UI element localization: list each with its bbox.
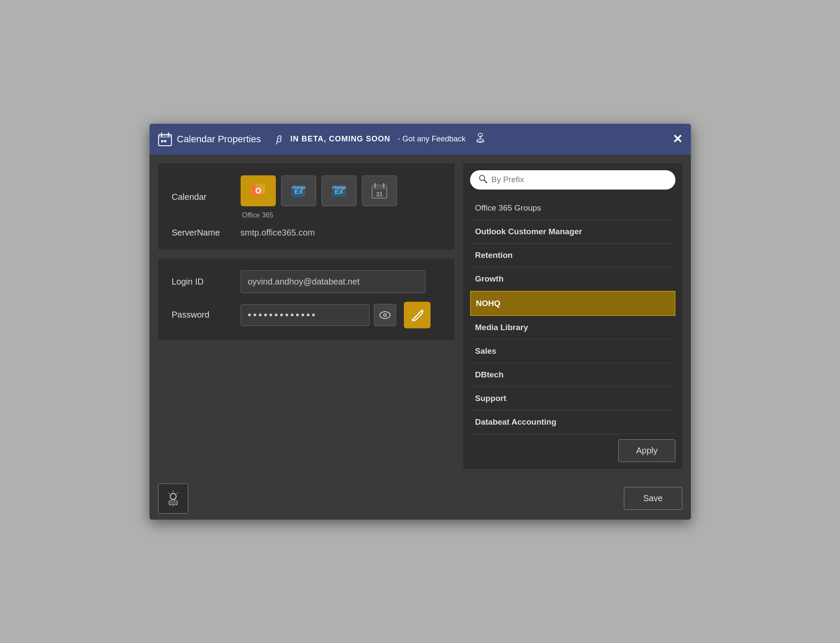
svg-line-28 (484, 180, 487, 183)
group-item-growth[interactable]: Growth (470, 267, 675, 291)
loginid-field-row: Login ID (172, 270, 441, 293)
svg-point-25 (384, 314, 386, 316)
password-field-row: Password (172, 302, 441, 328)
close-button[interactable]: ✕ (672, 133, 682, 145)
beta-status: IN BETA, COMING SOON (290, 135, 391, 144)
left-panel: Calendar O (158, 163, 455, 469)
svg-text:31: 31 (376, 191, 383, 198)
svg-point-29 (170, 493, 176, 499)
svg-rect-1 (159, 135, 171, 138)
svg-text:O: O (255, 187, 261, 195)
toggle-password-button[interactable] (374, 304, 396, 326)
search-input[interactable] (492, 175, 667, 184)
group-item-retention[interactable]: Retention (470, 244, 675, 267)
group-item-databeataccounting[interactable]: Databeat Accounting (470, 410, 675, 434)
svg-line-35 (169, 493, 169, 493)
calendar-sublabel: Office 365 (241, 211, 397, 219)
feedback-text: - Got any Feedback (395, 135, 465, 144)
lamp-icon (474, 132, 486, 147)
group-item-sales[interactable]: Sales (470, 340, 675, 363)
search-icon (479, 175, 487, 185)
group-item-outlookcustomermanager[interactable]: Outlook Customer Manager (470, 220, 675, 244)
servername-value: smtp.office365.com (241, 228, 315, 238)
calendar31-icon-btn[interactable]: 31 (362, 175, 397, 206)
beta-symbol: β (276, 134, 282, 145)
password-row (241, 302, 431, 328)
exchange1-icon: EX change (290, 182, 307, 199)
calendar-label: Calendar (172, 192, 241, 202)
office365-icon-btn[interactable]: O (241, 175, 276, 206)
svg-line-26 (415, 312, 420, 318)
link-button[interactable] (404, 302, 431, 328)
calendar-icons-container: O EX change (241, 175, 397, 219)
save-button[interactable]: Save (624, 487, 682, 510)
svg-text:change: change (292, 185, 305, 190)
group-item-medialibrary[interactable]: Media Library (470, 316, 675, 340)
main-content: Calendar O (150, 155, 691, 478)
group-item-nohq[interactable]: NOHQ (470, 291, 675, 316)
title-text: Calendar Properties (177, 134, 261, 145)
footer: Save (150, 478, 691, 520)
group-list: Office 365 Groups Outlook Customer Manag… (470, 196, 675, 434)
calendar-icon (158, 132, 172, 146)
calendar-field-row: Calendar O (172, 175, 441, 219)
title-bar: Calendar Properties β IN BETA, COMING SO… (150, 124, 691, 155)
apply-button[interactable]: Apply (618, 439, 675, 462)
calendar31-icon: 31 (371, 182, 388, 199)
group-item-office365groups[interactable]: Office 365 Groups (470, 196, 675, 220)
exchange2-icon-btn[interactable]: EX change (321, 175, 357, 206)
calendar-icon-row: O EX change (241, 175, 397, 206)
weather-icon-button[interactable] (158, 484, 188, 514)
dialog-window: Calendar Properties β IN BETA, COMING SO… (150, 124, 691, 520)
servername-field-row: ServerName smtp.office365.com (172, 228, 441, 238)
svg-line-36 (177, 493, 177, 493)
calendar-card: Calendar O (158, 163, 455, 250)
password-input[interactable] (241, 304, 370, 326)
svg-rect-19 (372, 185, 387, 190)
svg-rect-5 (164, 140, 166, 142)
group-item-support[interactable]: Support (470, 387, 675, 410)
password-label: Password (172, 310, 241, 320)
group-item-dbtech[interactable]: DBtech (470, 363, 675, 387)
right-panel: Office 365 Groups Outlook Customer Manag… (463, 163, 682, 469)
svg-rect-4 (161, 140, 163, 142)
svg-text:change: change (332, 185, 346, 190)
exchange1-icon-btn[interactable]: EX change (281, 175, 316, 206)
loginid-input[interactable] (241, 270, 425, 293)
search-bar (470, 170, 675, 190)
exchange2-icon: EX change (330, 182, 348, 199)
login-card: Login ID Password (158, 258, 455, 340)
loginid-label: Login ID (172, 277, 241, 287)
servername-label: ServerName (172, 228, 241, 238)
